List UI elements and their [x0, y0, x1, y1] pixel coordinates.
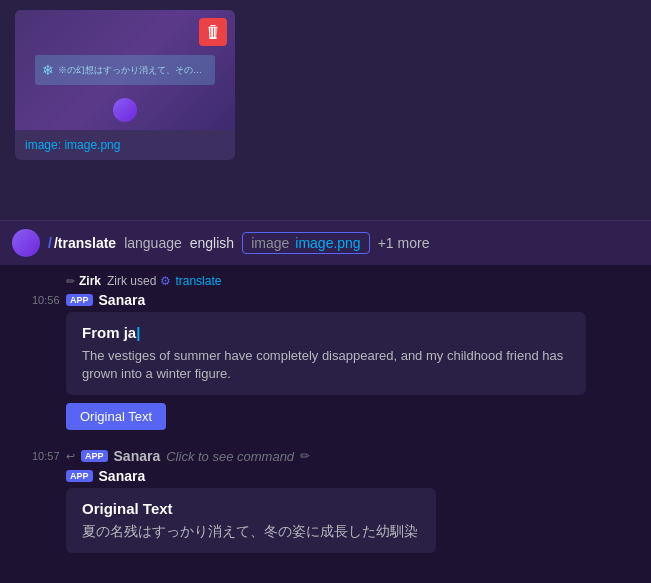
more-params: +1 more: [378, 235, 430, 251]
image-preview-area: ❄ ※の幻想はすっかり消えて、その面に成長をしたか image: image.p…: [0, 0, 651, 220]
app-badge-2: APP: [81, 450, 108, 462]
from-label: From ja|: [82, 324, 570, 341]
original-text-content: 夏の名残はすっかり消えて、冬の姿に成長した幼馴染: [82, 523, 420, 541]
used-label: Zirk used: [107, 274, 156, 288]
author-1: Sanara: [99, 292, 146, 308]
message1-row: 10:56 APP Sanara: [16, 292, 635, 308]
message-group-1: ✏ Zirk Zirk used ⚙ translate 10:56 APP S…: [0, 266, 651, 442]
param1-value: english: [190, 235, 234, 251]
translate-link[interactable]: translate: [175, 274, 221, 288]
filename-value: image.png: [64, 138, 120, 152]
param1-label: language: [124, 235, 182, 251]
param2-value: image.png: [295, 235, 360, 251]
trash-icon: [206, 25, 220, 39]
translation-box: From ja| The vestiges of summer have com…: [66, 312, 586, 395]
avatar-in-image: [113, 98, 137, 122]
reply-arrow: ↩: [66, 450, 75, 463]
message2-sanara2-header: APP Sanara: [16, 468, 145, 484]
timestamp-1: 10:56: [32, 294, 60, 306]
message2-sanara2-row: APP Sanara: [16, 468, 635, 484]
filename-label: image:: [25, 138, 61, 152]
param2-label: image: [251, 235, 289, 251]
author-2: Sanara: [114, 448, 161, 464]
original-text-section: Original Text 夏の名残はすっかり消えて、冬の姿に成長した幼馴染: [66, 488, 436, 553]
cursor-indicator: |: [136, 324, 140, 341]
click-to-see: Click to see command: [166, 449, 294, 464]
pencil-icon: ✏: [300, 449, 310, 463]
image-overlay-text: ❄ ※の幻想はすっかり消えて、その面に成長をしたか: [35, 55, 215, 85]
hash-icon: ⚙: [160, 274, 171, 288]
original-text-button[interactable]: Original Text: [66, 403, 166, 430]
command-name: /translate: [54, 235, 116, 251]
slash-prefix: /: [48, 235, 52, 251]
param2-box: image image.png: [242, 232, 370, 254]
avatar: [12, 229, 40, 257]
message-group-2: 10:57 ↩ APP Sanara Click to see command …: [0, 442, 651, 557]
image-card: ❄ ※の幻想はすっかり消えて、その面に成長をしたか image: image.p…: [15, 10, 235, 160]
message2-click-row: 10:57 ↩ APP Sanara Click to see command …: [16, 448, 635, 464]
original-text-title: Original Text: [82, 500, 420, 517]
message2-sanara1-row: ↩ APP Sanara Click to see command ✏: [16, 448, 310, 464]
timestamp-2: 10:57: [32, 450, 60, 462]
app-badge-1: APP: [66, 294, 93, 306]
edit-icon-small: ✏: [66, 275, 75, 288]
delete-button[interactable]: [199, 18, 227, 46]
author-3: Sanara: [99, 468, 146, 484]
messages-area: ✏ Zirk Zirk used ⚙ translate 10:56 APP S…: [0, 266, 651, 557]
snowflake-icon: ❄: [42, 62, 54, 78]
command-bar: //translate language english image image…: [0, 220, 651, 266]
image-filename: image: image.png: [15, 130, 235, 160]
zirk-used-line: ✏ Zirk Zirk used ⚙ translate: [16, 274, 635, 288]
zirk-name: Zirk: [79, 274, 101, 288]
translation-text: The vestiges of summer have completely d…: [82, 347, 570, 383]
app-badge-3: APP: [66, 470, 93, 482]
image-overlay-caption: ※の幻想はすっかり消えて、その面に成長をしたか: [58, 64, 208, 77]
